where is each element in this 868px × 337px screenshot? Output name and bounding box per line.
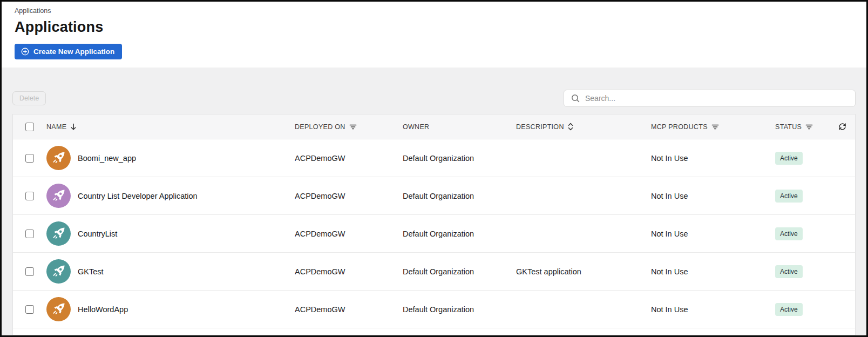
sort-descending-arrow-icon: [70, 123, 77, 131]
create-new-application-label: Create New Application: [33, 48, 114, 56]
app-avatar: [46, 297, 71, 321]
table-filler: [13, 328, 855, 335]
column-header-status[interactable]: STATUS: [775, 123, 824, 131]
table-row: CountryList ACPDemoGW Default Organizati…: [13, 215, 855, 253]
column-header-name[interactable]: NAME: [46, 123, 295, 131]
mcp-products-value: Not In Use: [651, 192, 775, 200]
create-new-application-button[interactable]: Create New Application: [15, 44, 122, 59]
owner-value: Default Organization: [403, 154, 516, 163]
filter-icon: [805, 124, 813, 130]
status-badge: Active: [775, 190, 803, 203]
mcp-products-value: Not In Use: [651, 230, 775, 238]
deployed-on-value: ACPDemoGW: [295, 230, 403, 238]
status-badge: Active: [775, 303, 803, 316]
row-checkbox[interactable]: [25, 192, 34, 200]
table-header-row: NAME DEPLOYED ON OWNER DESCR: [13, 114, 855, 139]
status-badge: Active: [775, 265, 803, 278]
owner-value: Default Organization: [403, 192, 516, 200]
row-checkbox[interactable]: [25, 305, 34, 314]
mcp-products-value: Not In Use: [651, 267, 775, 276]
rocket-icon: [51, 188, 66, 203]
app-name[interactable]: CountryList: [78, 230, 117, 238]
table-row: HelloWordApp ACPDemoGW Default Organizat…: [13, 291, 855, 328]
search-box: [564, 90, 856, 107]
column-header-description[interactable]: DESCRIPTION: [516, 123, 651, 131]
table-row: GKTest ACPDemoGW Default Organization GK…: [13, 253, 855, 291]
column-header-mcp-products[interactable]: MCP PRODUCTS: [651, 123, 775, 131]
deployed-on-value: ACPDemoGW: [295, 192, 403, 200]
status-badge: Active: [775, 227, 803, 240]
sort-updown-icon: [568, 123, 573, 131]
table-row: Boomi_new_app ACPDemoGW Default Organiza…: [13, 139, 855, 177]
app-name[interactable]: GKTest: [78, 267, 104, 276]
owner-value: Default Organization: [403, 267, 516, 276]
owner-value: Default Organization: [403, 305, 516, 314]
app-avatar: [46, 259, 71, 284]
row-checkbox[interactable]: [25, 230, 34, 238]
column-header-deployed-on[interactable]: DEPLOYED ON: [295, 123, 403, 131]
search-input[interactable]: [585, 94, 849, 103]
column-header-owner: OWNER: [403, 123, 516, 131]
mcp-products-value: Not In Use: [651, 154, 775, 163]
applications-table: NAME DEPLOYED ON OWNER DESCR: [12, 114, 856, 335]
breadcrumb[interactable]: Applications: [15, 7, 853, 15]
row-checkbox[interactable]: [25, 154, 34, 163]
select-all-checkbox[interactable]: [25, 123, 34, 131]
rocket-icon: [51, 151, 66, 165]
deployed-on-value: ACPDemoGW: [295, 154, 403, 163]
app-avatar: [46, 146, 71, 170]
description-value: GKTest application: [516, 267, 651, 276]
app-name[interactable]: HelloWordApp: [78, 305, 128, 314]
plus-circle-icon: [21, 48, 29, 56]
rocket-icon: [51, 226, 66, 241]
header-refresh-cell: [824, 122, 855, 131]
rocket-icon: [51, 302, 66, 316]
filter-icon: [711, 124, 719, 130]
rocket-icon: [51, 264, 66, 279]
app-name[interactable]: Country List Developer Application: [78, 192, 198, 200]
app-avatar: [46, 221, 71, 246]
delete-button[interactable]: Delete: [12, 91, 46, 105]
mcp-products-value: Not In Use: [651, 305, 775, 314]
row-checkbox[interactable]: [25, 267, 34, 276]
refresh-icon[interactable]: [838, 122, 847, 131]
table-row: Country List Developer Application ACPDe…: [13, 177, 855, 215]
table-toolbar: Delete: [12, 89, 856, 107]
app-avatar: [46, 184, 71, 208]
page-title: Applications: [15, 19, 853, 36]
status-badge: Active: [775, 152, 803, 165]
content-area: Delete NAME: [2, 68, 866, 335]
filter-icon: [349, 124, 357, 130]
deployed-on-value: ACPDemoGW: [295, 267, 403, 276]
app-name[interactable]: Boomi_new_app: [78, 154, 136, 163]
deployed-on-value: ACPDemoGW: [295, 305, 403, 314]
page-header: Applications Applications Create New App…: [2, 2, 866, 68]
owner-value: Default Organization: [403, 230, 516, 238]
search-icon: [571, 93, 580, 103]
header-select-all-cell: [13, 123, 46, 131]
